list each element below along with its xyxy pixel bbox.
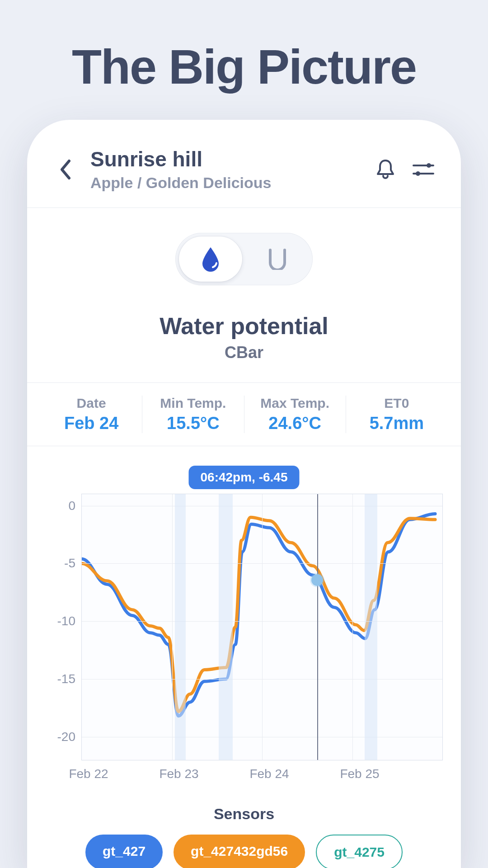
chart-x-tick: Feb 22 (69, 767, 108, 781)
chart-unit: CBar (27, 343, 461, 362)
stat-label: Max Temp. (244, 396, 346, 411)
chart-y-tick: -10 (48, 614, 75, 628)
stats-row: Date Feb 24 Min Temp. 15.5°C Max Temp. 2… (27, 382, 461, 446)
chart-plot-box[interactable]: 0-5-10-15-20 (81, 494, 443, 760)
chart-cursor-dot (311, 574, 323, 586)
stat-value: 15.5°C (142, 414, 244, 433)
stat-min-temp: Min Temp. 15.5°C (142, 396, 244, 433)
settings-sliders-button[interactable] (411, 157, 436, 182)
chart-area[interactable]: 06:42pm, -6.45 0-5-10-15-20 Feb 22Feb 23… (45, 467, 443, 785)
stat-et0: ET0 5.7mm (346, 396, 447, 433)
svg-point-1 (427, 163, 431, 168)
chart-y-tick: -15 (48, 672, 75, 686)
sensor-chip-gt_427432gd56[interactable]: gt_427432gd56 (174, 835, 305, 868)
chart-irrigation-band (219, 494, 232, 760)
chart-y-tick: -20 (48, 730, 75, 744)
marketing-hero-title: The Big Picture (72, 38, 416, 95)
chart-x-tick: Feb 23 (159, 767, 198, 781)
topbar-actions (373, 157, 436, 182)
stat-max-temp: Max Temp. 24.6°C (244, 396, 346, 433)
sensor-chip-row: gt_427 gt_427432gd56 gt_4275 (27, 835, 461, 868)
view-mode-container[interactable] (246, 236, 309, 282)
view-mode-water[interactable] (179, 236, 242, 282)
stat-value: 24.6°C (244, 414, 346, 433)
stat-value: 5.7mm (346, 414, 447, 433)
chart-irrigation-band (365, 494, 377, 760)
view-mode-segmented (175, 233, 313, 285)
chart-irrigation-band (175, 494, 186, 760)
cup-icon (267, 248, 287, 270)
chart-x-tick: Feb 25 (340, 767, 379, 781)
chart-title: Water potential (27, 312, 461, 340)
chart-x-axis-labels: Feb 22Feb 23Feb 24Feb 25 (81, 767, 443, 785)
farm-subtitle: Apple / Golden Delicious (90, 174, 373, 192)
sliders-icon (413, 160, 434, 179)
chevron-left-icon (59, 159, 72, 180)
stat-label: ET0 (346, 396, 447, 411)
stat-date: Date Feb 24 (41, 396, 142, 433)
back-button[interactable] (52, 156, 79, 183)
farm-title: Sunrise hill (90, 147, 373, 171)
stat-label: Date (41, 396, 142, 411)
chart-series-gt_427432gd56 (82, 517, 435, 712)
page-title-block: Sunrise hill Apple / Golden Delicious (90, 147, 373, 192)
chart-series-gt_427 (82, 514, 435, 716)
sensors-heading: Sensors (27, 805, 461, 823)
phone-frame: Sunrise hill Apple / Golden Delicious (27, 120, 461, 868)
svg-point-3 (416, 171, 420, 176)
bell-icon (375, 159, 395, 180)
stat-label: Min Temp. (142, 396, 244, 411)
water-drop-icon (201, 246, 221, 272)
stat-value: Feb 24 (41, 414, 142, 433)
chart-tooltip: 06:42pm, -6.45 (189, 466, 300, 489)
sensor-chip-gt_4275[interactable]: gt_4275 (316, 835, 403, 868)
sensor-chip-gt_427[interactable]: gt_427 (85, 835, 163, 868)
notifications-button[interactable] (373, 157, 398, 182)
chart-x-tick: Feb 24 (249, 767, 289, 781)
chart-y-tick: 0 (48, 499, 75, 513)
chart-cursor-line (317, 494, 318, 760)
chart-y-tick: -5 (48, 556, 75, 571)
view-mode-toggle-wrap (27, 233, 461, 285)
app-topbar: Sunrise hill Apple / Golden Delicious (27, 120, 461, 208)
